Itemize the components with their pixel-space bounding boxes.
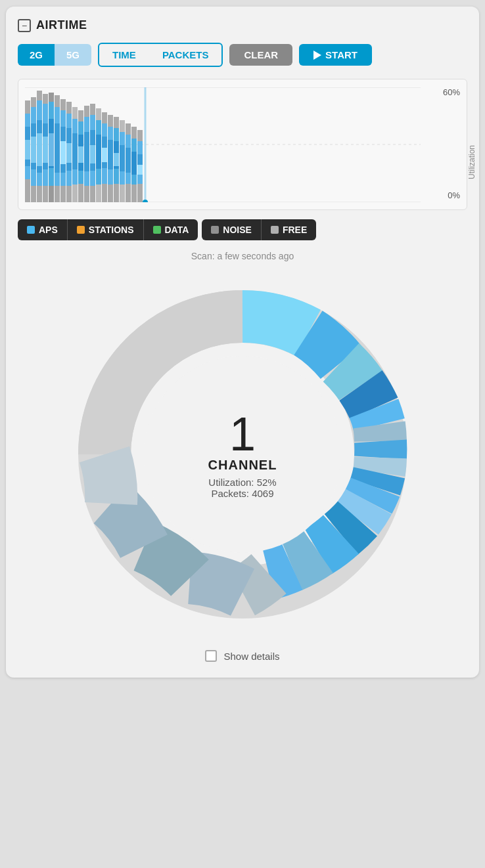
btn-time[interactable]: TIME bbox=[99, 44, 149, 66]
chart-bars-container bbox=[25, 87, 421, 203]
svg-rect-22 bbox=[49, 133, 54, 166]
legend-free[interactable]: FREE bbox=[261, 219, 316, 240]
svg-rect-29 bbox=[60, 141, 66, 164]
collapse-icon[interactable] bbox=[18, 19, 31, 32]
svg-rect-70 bbox=[131, 152, 137, 175]
noise-dot bbox=[211, 226, 219, 234]
packets-value: Packets: 4069 bbox=[208, 488, 277, 499]
show-details-label: Show details bbox=[223, 651, 279, 662]
free-dot bbox=[271, 226, 279, 234]
legend-data[interactable]: DATA bbox=[143, 219, 198, 240]
mode-toggle: TIME PACKETS bbox=[98, 43, 223, 67]
y-axis-label: Utilization bbox=[467, 145, 476, 179]
donut-container: 1 CHANNEL Utilization: 52% Packets: 4069 bbox=[58, 271, 427, 638]
y-min-label: 0% bbox=[448, 190, 460, 200]
legend-row: APS STATIONS DATA NOISE FREE bbox=[18, 219, 467, 240]
channel-number: 1 bbox=[208, 410, 277, 458]
aps-dot bbox=[27, 226, 35, 234]
y-max-label: 60% bbox=[443, 87, 460, 97]
svg-rect-36 bbox=[72, 133, 78, 169]
svg-rect-14 bbox=[37, 133, 42, 166]
svg-rect-61 bbox=[114, 153, 119, 166]
toolbar: 2G 5G TIME PACKETS CLEAR START bbox=[18, 43, 467, 67]
btn-packets[interactable]: PACKETS bbox=[149, 44, 222, 66]
svg-rect-10 bbox=[31, 137, 36, 163]
legend-group-1: APS STATIONS DATA bbox=[18, 219, 198, 240]
btn-2g[interactable]: 2G bbox=[18, 44, 55, 66]
page-title: AIRTIME bbox=[36, 18, 87, 32]
svg-rect-67 bbox=[126, 148, 131, 173]
legend-stations[interactable]: STATIONS bbox=[67, 219, 143, 240]
svg-rect-74 bbox=[137, 165, 143, 175]
legend-group-2: NOISE FREE bbox=[202, 219, 316, 240]
data-dot bbox=[153, 226, 161, 234]
svg-point-76 bbox=[143, 200, 148, 202]
svg-rect-57 bbox=[108, 140, 113, 169]
legend-noise[interactable]: NOISE bbox=[202, 219, 261, 240]
chart-svg bbox=[25, 87, 421, 202]
svg-rect-50 bbox=[96, 135, 101, 169]
svg-rect-43 bbox=[84, 132, 89, 171]
chart-y-axis: 60% 0% Utilization bbox=[421, 87, 460, 203]
start-button[interactable]: START bbox=[299, 44, 372, 66]
donut-center: 1 CHANNEL Utilization: 52% Packets: 4069 bbox=[208, 410, 277, 499]
svg-rect-64 bbox=[120, 145, 125, 171]
channel-label: CHANNEL bbox=[208, 458, 277, 473]
svg-rect-33 bbox=[66, 143, 72, 163]
airtime-card: AIRTIME 2G 5G TIME PACKETS CLEAR START bbox=[6, 7, 479, 678]
svg-rect-47 bbox=[90, 145, 95, 163]
svg-rect-40 bbox=[78, 146, 83, 163]
svg-rect-6 bbox=[25, 140, 30, 160]
scan-label: Scan: a few seconds ago bbox=[18, 251, 467, 261]
chart-area: 60% 0% Utilization bbox=[18, 79, 467, 210]
show-details-row: Show details bbox=[18, 650, 467, 662]
freq-toggle: 2G 5G bbox=[18, 44, 91, 66]
card-header: AIRTIME bbox=[18, 18, 467, 32]
play-icon bbox=[313, 51, 321, 60]
clear-button[interactable]: CLEAR bbox=[229, 44, 292, 66]
svg-rect-18 bbox=[43, 137, 48, 163]
svg-rect-54 bbox=[102, 148, 107, 162]
show-details-checkbox[interactable] bbox=[205, 650, 217, 662]
donut-section: 1 CHANNEL Utilization: 52% Packets: 4069 bbox=[18, 271, 467, 638]
utilization-value: Utilization: 52% bbox=[208, 477, 277, 488]
stations-dot bbox=[77, 226, 85, 234]
svg-rect-25 bbox=[55, 123, 60, 173]
legend-aps[interactable]: APS bbox=[18, 219, 67, 240]
btn-5g[interactable]: 5G bbox=[55, 44, 91, 66]
